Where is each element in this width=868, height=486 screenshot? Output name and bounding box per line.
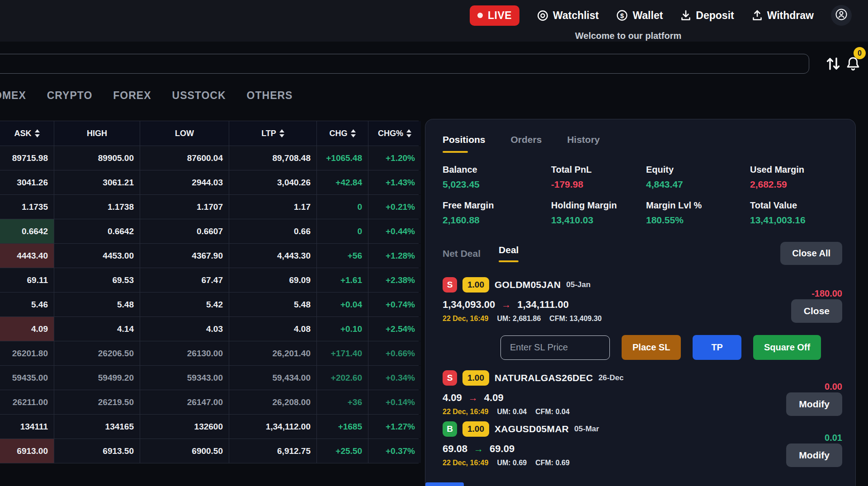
cell-low[interactable]: 4367.90 xyxy=(140,244,229,268)
cell-chgp[interactable]: +1.27% xyxy=(368,415,421,439)
search-input[interactable] xyxy=(0,54,809,74)
cell-ask[interactable]: 5.46 xyxy=(0,293,54,316)
cell-chg[interactable]: +202.60 xyxy=(317,366,368,390)
cell-ltp[interactable]: 4,443.30 xyxy=(229,244,316,268)
cell-chg[interactable]: +1065.48 xyxy=(317,146,368,170)
cell-chg[interactable]: 0 xyxy=(317,195,368,219)
tp-button[interactable]: TP xyxy=(693,335,741,360)
cell-ask[interactable]: 89715.98 xyxy=(0,146,54,170)
cell-high[interactable]: 134165 xyxy=(54,415,140,439)
cell-chgp[interactable]: +0.37% xyxy=(368,439,421,463)
cell-high[interactable]: 59499.20 xyxy=(54,366,140,390)
cell-ask[interactable]: 0.6642 xyxy=(0,219,54,243)
close-all-button[interactable]: Close All xyxy=(780,242,842,265)
cell-chg[interactable]: +1.61 xyxy=(317,268,368,292)
tab-forex[interactable]: FOREX xyxy=(113,90,151,102)
notification-count-badge[interactable]: 0 xyxy=(854,47,866,59)
cell-ask[interactable]: 3041.26 xyxy=(0,170,54,194)
cell-ask[interactable]: 134111 xyxy=(0,415,54,439)
cell-chgp[interactable]: +0.66% xyxy=(368,341,421,365)
cell-chg[interactable]: +0.10 xyxy=(317,317,368,341)
cell-low[interactable]: 5.42 xyxy=(140,293,229,316)
cell-low[interactable]: 132600 xyxy=(140,415,229,439)
cell-low[interactable]: 87600.04 xyxy=(140,146,229,170)
cell-high[interactable]: 4.14 xyxy=(54,317,140,341)
tab-net-deal[interactable]: Net Deal xyxy=(443,248,481,259)
cell-high[interactable]: 4453.00 xyxy=(54,244,140,268)
header-chgp[interactable]: CHG% xyxy=(368,121,421,146)
cell-ltp[interactable]: 6,912.75 xyxy=(229,439,316,463)
modify-position-button[interactable]: Modify xyxy=(786,444,842,467)
cell-ltp[interactable]: 59,434.00 xyxy=(229,366,316,390)
cell-ltp[interactable]: 5.48 xyxy=(229,293,316,316)
tab-history[interactable]: History xyxy=(567,134,599,145)
tab-deal[interactable]: Deal xyxy=(499,245,519,262)
tab-positions[interactable]: Positions xyxy=(443,134,486,153)
cell-chgp[interactable]: +1.20% xyxy=(368,146,421,170)
cell-ask[interactable]: 6913.00 xyxy=(0,439,54,463)
modify-position-button[interactable]: Modify xyxy=(786,392,842,416)
cell-chg[interactable]: +36 xyxy=(317,390,368,414)
cell-low[interactable]: 2944.03 xyxy=(140,170,229,194)
cell-low[interactable]: 0.6607 xyxy=(140,219,229,243)
cell-chg[interactable]: +25.50 xyxy=(317,439,368,463)
cell-ltp[interactable]: 26,208.00 xyxy=(229,390,316,414)
close-position-button[interactable]: Close xyxy=(791,299,842,323)
cell-high[interactable]: 6913.50 xyxy=(54,439,140,463)
nav-deposit[interactable]: Deposit xyxy=(680,9,734,22)
square-off-button[interactable]: Square Off xyxy=(753,335,821,360)
profile-avatar-button[interactable] xyxy=(831,5,852,26)
header-ltp[interactable]: LTP xyxy=(229,121,316,146)
tab-orders[interactable]: Orders xyxy=(511,134,542,145)
header-high[interactable]: HIGH xyxy=(54,121,140,146)
sort-toggle-icon[interactable] xyxy=(823,53,844,74)
place-sl-button[interactable]: Place SL xyxy=(622,335,681,360)
cell-ask[interactable]: 26211.00 xyxy=(0,390,54,414)
cell-ltp[interactable]: 0.66 xyxy=(229,219,316,243)
cell-chg[interactable]: +0.04 xyxy=(317,293,368,316)
cell-ask[interactable]: 69.11 xyxy=(0,268,54,292)
cell-chg[interactable]: +171.40 xyxy=(317,341,368,365)
cell-ltp[interactable]: 26,201.40 xyxy=(229,341,316,365)
cell-chgp[interactable]: +0.14% xyxy=(368,390,421,414)
nav-watchlist[interactable]: Watchlist xyxy=(537,9,599,22)
cell-chg[interactable]: +56 xyxy=(317,244,368,268)
header-low[interactable]: LOW xyxy=(140,121,229,146)
cell-ask[interactable]: 59435.00 xyxy=(0,366,54,390)
cell-ask[interactable]: 26201.80 xyxy=(0,341,54,365)
cell-ltp[interactable]: 1,34,112.00 xyxy=(229,415,316,439)
cell-high[interactable]: 1.1738 xyxy=(54,195,140,219)
cell-ltp[interactable]: 89,708.48 xyxy=(229,146,316,170)
cell-low[interactable]: 26130.00 xyxy=(140,341,229,365)
cell-chgp[interactable]: +0.44% xyxy=(368,219,421,243)
cell-low[interactable]: 59343.00 xyxy=(140,366,229,390)
tab-usstock[interactable]: USSTOCK xyxy=(172,90,226,102)
cell-high[interactable]: 5.48 xyxy=(54,293,140,316)
live-badge[interactable]: LIVE xyxy=(470,5,519,26)
sl-price-input[interactable] xyxy=(500,335,610,360)
cell-chgp[interactable]: +0.21% xyxy=(368,195,421,219)
cell-chg[interactable]: +42.84 xyxy=(317,170,368,194)
cell-high[interactable]: 89905.00 xyxy=(54,146,140,170)
cell-ask[interactable]: 4443.40 xyxy=(0,244,54,268)
cell-high[interactable]: 26206.50 xyxy=(54,341,140,365)
cell-ltp[interactable]: 3,040.26 xyxy=(229,170,316,194)
cell-high[interactable]: 3061.21 xyxy=(54,170,140,194)
cell-low[interactable]: 4.03 xyxy=(140,317,229,341)
cell-ltp[interactable]: 4.08 xyxy=(229,317,316,341)
cell-chgp[interactable]: +1.43% xyxy=(368,170,421,194)
cell-high[interactable]: 0.6642 xyxy=(54,219,140,243)
header-ask[interactable]: ASK xyxy=(0,121,54,146)
cell-high[interactable]: 69.53 xyxy=(54,268,140,292)
cell-low[interactable]: 6900.50 xyxy=(140,439,229,463)
cell-high[interactable]: 26219.50 xyxy=(54,390,140,414)
tab-comex[interactable]: OMEX xyxy=(0,90,26,102)
cell-chgp[interactable]: +2.54% xyxy=(368,317,421,341)
cell-chg[interactable]: 0 xyxy=(317,219,368,243)
tab-others[interactable]: OTHERS xyxy=(247,90,293,102)
cell-ask[interactable]: 4.09 xyxy=(0,317,54,341)
cell-chgp[interactable]: +1.28% xyxy=(368,244,421,268)
header-chg[interactable]: CHG xyxy=(317,121,368,146)
cell-ask[interactable]: 1.1735 xyxy=(0,195,54,219)
cell-chgp[interactable]: +0.34% xyxy=(368,366,421,390)
